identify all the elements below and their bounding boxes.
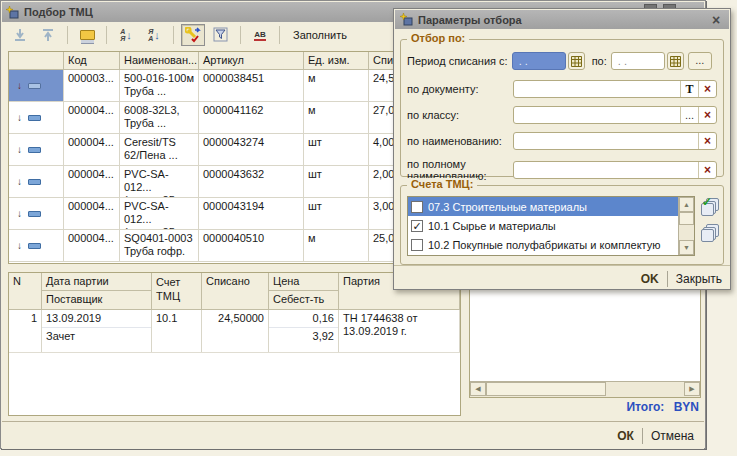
list-item[interactable]: 07.3 Строительные материалы [408, 197, 678, 216]
column-header-code[interactable]: Код [64, 52, 120, 70]
scrollbar-thumb[interactable] [486, 382, 606, 396]
scroll-up-button[interactable]: ▲ [679, 197, 694, 212]
column-header-written-off[interactable]: Списано [202, 273, 269, 310]
check-all-button[interactable]: ✓ [701, 198, 719, 215]
clear-button[interactable]: × [698, 162, 716, 178]
clear-button[interactable]: × [698, 107, 716, 123]
search-button[interactable]: АВ [248, 24, 272, 46]
uncheck-all-button[interactable] [701, 224, 719, 241]
list-item[interactable]: 10.2 Покупные полуфабрикаты и комплектую [408, 235, 678, 254]
cell-unit[interactable]: шт [304, 166, 369, 198]
cell-code[interactable]: 000004... [64, 198, 120, 230]
column-header-marker[interactable] [9, 52, 64, 70]
period-to-input[interactable]: . . [611, 52, 665, 70]
cell-article[interactable]: 0000041162 [199, 102, 304, 134]
dialog-titlebar[interactable]: Параметры отбора × [395, 10, 729, 29]
cell-unit[interactable]: м [304, 70, 369, 102]
column-header-price-cost[interactable]: Цена Себест-ть [269, 273, 339, 310]
scroll-right-button[interactable]: ▶ [684, 382, 700, 396]
row-marker-cell[interactable]: ↓ [9, 102, 64, 134]
checkbox-checked[interactable]: ✓ [411, 220, 423, 232]
cell-price-cost[interactable]: 0,16 3,92 [269, 310, 339, 352]
cell-n[interactable]: 1 [9, 310, 42, 352]
clear-button[interactable]: × [698, 133, 716, 149]
cell-unit[interactable]: шт [304, 198, 369, 230]
cell-account[interactable]: 10.1 [152, 310, 202, 352]
scrollbar-track[interactable] [679, 225, 694, 240]
cell-name[interactable]: 6008-32L3,Труба ... [120, 102, 199, 134]
cell-article[interactable]: 0000040510 [199, 230, 304, 262]
list-item[interactable]: ✓ 10.1 Сырье и материалы [408, 216, 678, 235]
class-input-value[interactable] [514, 107, 680, 123]
dialog-ok-button[interactable]: OK [641, 272, 659, 286]
class-input[interactable]: ... × [513, 106, 717, 124]
doc-input-value[interactable] [514, 81, 680, 97]
cell-date-supplier[interactable]: 13.09.2019 Зачет [42, 310, 152, 352]
cell-article[interactable]: 0000043194 [199, 198, 304, 230]
filter-by-value-button[interactable] [209, 24, 233, 46]
cell-unit[interactable]: м [304, 102, 369, 134]
column-header-name[interactable]: Наименован... [120, 52, 199, 70]
row-marker-cell[interactable]: ↓ [9, 166, 64, 198]
move-down-button[interactable] [8, 24, 32, 46]
row-marker-cell[interactable]: ↓ [9, 70, 64, 102]
close-icon[interactable]: × [708, 12, 724, 28]
calendar-button[interactable] [568, 52, 585, 70]
accounts-listbox[interactable]: 07.3 Строительные материалы ✓ 10.1 Сырье… [407, 196, 695, 256]
cell-code[interactable]: 000004... [64, 134, 120, 166]
move-up-button[interactable] [36, 24, 60, 46]
cell-batch[interactable]: ТН 1744638 от 13.09.2019 г. [339, 310, 460, 352]
cell-name[interactable]: 500-016-100мТруба ... [120, 70, 199, 102]
cell-article[interactable]: 0000038451 [199, 70, 304, 102]
row-marker-cell[interactable]: ↓ [9, 198, 64, 230]
checkbox-unchecked[interactable] [411, 201, 423, 213]
sort-asc-button[interactable]: АЯ ↓ [114, 24, 138, 46]
column-header-unit[interactable]: Ед. изм. [304, 52, 369, 70]
calendar-button[interactable] [667, 52, 684, 70]
column-header-date-supplier[interactable]: Дата партии Поставщик [42, 273, 152, 310]
filter-settings-button[interactable] [181, 24, 205, 46]
name-input-value[interactable] [514, 133, 698, 149]
column-header-article[interactable]: Артикул [199, 52, 304, 70]
cell-code[interactable]: 000004... [64, 230, 120, 262]
cancel-button[interactable]: Отмена [651, 429, 694, 443]
ok-button[interactable]: ОК [617, 429, 634, 443]
horizontal-scrollbar[interactable]: ◀ ▶ [470, 381, 700, 397]
fullname-input-value[interactable] [514, 162, 698, 178]
column-header-account[interactable]: Счет ТМЦ [152, 273, 202, 310]
cell-code[interactable]: 000003... [64, 70, 120, 102]
fill-button[interactable]: Заполнить [293, 29, 347, 41]
cell-article[interactable]: 0000043632 [199, 166, 304, 198]
fullname-input[interactable]: × [513, 161, 717, 179]
row-marker-cell[interactable]: ↓ [9, 230, 64, 262]
name-input[interactable]: × [513, 132, 717, 150]
sort-desc-button[interactable]: ЯА ↓ [142, 24, 166, 46]
cell-name[interactable]: SQ0401-0003Труба гофр. ... [120, 230, 199, 262]
dialog-close-button[interactable]: Закрыть [676, 272, 722, 286]
cell-name[interactable]: PVC-SA-012...(упак = 25 ... [120, 198, 199, 230]
cell-name[interactable]: PVC-SA-012...(упак = 25 ... [120, 166, 199, 198]
scroll-left-button[interactable]: ◀ [470, 382, 486, 396]
cell-unit[interactable]: м [304, 230, 369, 262]
checkbox-unchecked[interactable] [411, 239, 423, 251]
period-from-input[interactable]: . . [512, 52, 566, 70]
cell-name[interactable]: Ceresit/TS62/Пена ... [120, 134, 199, 166]
vertical-scrollbar[interactable]: ▲ ▼ [678, 197, 694, 255]
hierarchy-view-button[interactable] [75, 24, 99, 46]
scrollbar-track[interactable] [606, 382, 684, 397]
table-row[interactable]: 1 13.09.2019 Зачет 10.1 24,50000 0,16 3,… [9, 310, 460, 353]
scroll-down-button[interactable]: ▼ [679, 240, 694, 255]
cell-code[interactable]: 000004... [64, 102, 120, 134]
batches-table[interactable]: N Дата партии Поставщик Счет ТМЦ Списано… [8, 272, 461, 416]
clear-button[interactable]: × [698, 81, 716, 97]
column-header-n[interactable]: N [9, 273, 42, 310]
scrollbar-thumb[interactable] [679, 212, 694, 225]
cell-article[interactable]: 0000043274 [199, 134, 304, 166]
browse-button[interactable]: ... [680, 107, 698, 123]
cell-code[interactable]: 000004... [64, 166, 120, 198]
cell-unit[interactable]: шт [304, 134, 369, 166]
type-button[interactable]: T [680, 81, 698, 97]
period-more-button[interactable]: ... [688, 52, 712, 70]
row-marker-cell[interactable]: ↓ [9, 134, 64, 166]
cell-written-off[interactable]: 24,50000 [202, 310, 269, 352]
